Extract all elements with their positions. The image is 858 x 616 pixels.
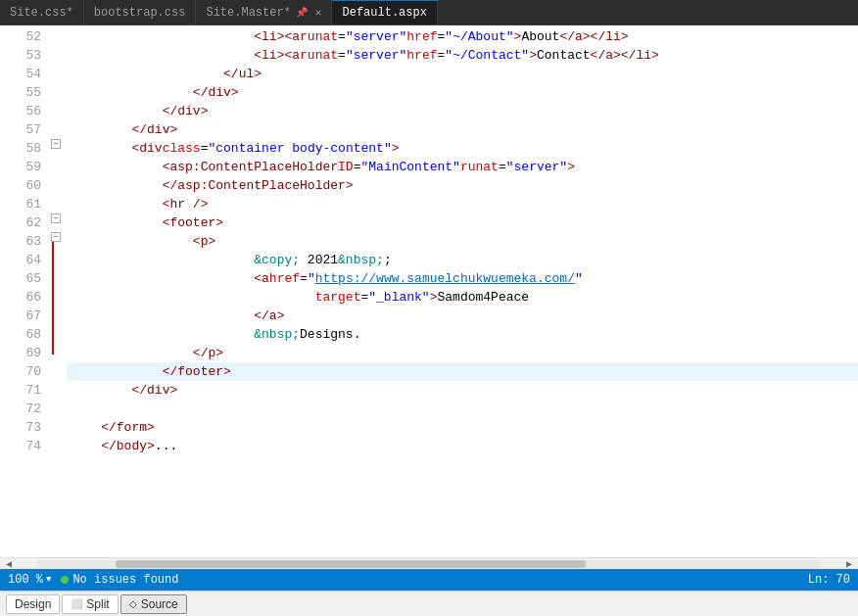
split-button[interactable]: ⬜ Split (62, 594, 118, 614)
split-label: Split (86, 597, 109, 611)
code-line-59: <asp:ContentPlaceHolder ID="MainContent"… (67, 158, 858, 176)
code-line-62: <footer> (67, 213, 858, 232)
design-button[interactable]: Design (6, 594, 60, 614)
code-line-54: </ul> (67, 65, 858, 83)
ln-67: 67 (0, 307, 41, 325)
code-line-53: <li><a runat="server" href="~/Contact">C… (67, 46, 858, 65)
close-icon[interactable]: ✕ (315, 6, 322, 19)
code-line-64: &copy; 2021&nbsp;; (67, 251, 858, 269)
code-line-52: <li><a runat="server" href="~/About">Abo… (67, 27, 858, 46)
ln-60: 60 (0, 176, 41, 195)
code-line-57: </div> (67, 120, 858, 139)
ln-62: 62 (0, 213, 41, 232)
ln-63: 63 (0, 232, 41, 251)
editor-area: 52 53 54 55 56 57 58 59 60 61 62 63 64 6… (0, 25, 858, 557)
cursor-position: Ln: 70 (808, 573, 850, 587)
tab-bootstrap-label: bootstrap.css (94, 6, 186, 20)
ln-55: 55 (0, 83, 41, 102)
tab-sitemaster[interactable]: Site.Master* 📌 ✕ (196, 0, 332, 24)
ln-57: 57 (0, 120, 41, 139)
ln-53: 53 (0, 46, 41, 65)
code-line-72 (67, 400, 858, 418)
zoom-dropdown-icon[interactable]: ▼ (46, 575, 51, 585)
zoom-level[interactable]: 100 % ▼ (8, 573, 51, 587)
horizontal-scrollbar[interactable]: ◀ ▶ (0, 557, 858, 569)
scroll-right-arrow[interactable]: ▶ (840, 558, 858, 570)
ln-71: 71 (0, 381, 41, 400)
tab-sitemaster-label: Site.Master* (206, 6, 290, 20)
ln-70: 70 (0, 362, 41, 381)
tab-sitecss[interactable]: Site.css* (0, 0, 84, 24)
source-label: Source (141, 597, 178, 611)
status-left: 100 % ▼ No issues found (8, 573, 178, 587)
code-line-74: </body>... (67, 437, 858, 455)
tab-bar: Site.css* bootstrap.css Site.Master* 📌 ✕… (0, 0, 858, 25)
ln-66: 66 (0, 288, 41, 307)
source-button[interactable]: ◇ Source (120, 594, 187, 614)
collapse-63[interactable]: − (51, 232, 61, 242)
collapse-gutter: − − − (49, 25, 67, 557)
issues-text: No issues found (72, 573, 178, 587)
ln-position: Ln: 70 (808, 573, 850, 587)
ln-72: 72 (0, 400, 41, 418)
scroll-left-arrow[interactable]: ◀ (0, 558, 18, 570)
code-line-55: </div> (67, 83, 858, 102)
collapse-58[interactable]: − (51, 139, 61, 149)
tab-default[interactable]: Default.aspx (332, 0, 437, 24)
bottom-toolbar: Design ⬜ Split ◇ Source (0, 591, 858, 616)
tab-sitecss-label: Site.css* (10, 6, 73, 20)
code-line-70: </footer> (67, 362, 858, 381)
tab-default-label: Default.aspx (342, 6, 426, 20)
code-line-67: </a> (67, 307, 858, 325)
line-numbers: 52 53 54 55 56 57 58 59 60 61 62 63 64 6… (0, 25, 49, 557)
ln-74: 74 (0, 437, 41, 455)
scrollbar-track[interactable] (37, 560, 821, 568)
split-icon: ⬜ (71, 598, 82, 609)
ln-65: 65 (0, 269, 41, 288)
brace-indicator (52, 241, 54, 355)
code-line-65: <a href="https://www.samuelchukwuemeka.c… (67, 269, 858, 288)
tab-bootstrap[interactable]: bootstrap.css (84, 0, 197, 24)
ln-69: 69 (0, 344, 41, 362)
pin-icon: 📌 (296, 7, 308, 19)
ln-52: 52 (0, 27, 41, 46)
issues-indicator: No issues found (61, 573, 178, 587)
scrollbar-thumb[interactable] (116, 560, 586, 568)
ln-73: 73 (0, 418, 41, 437)
code-line-73: </form> (67, 418, 858, 437)
source-icon: ◇ (129, 598, 137, 609)
code-line-66: target="_blank">Samdom4Peace (67, 288, 858, 307)
code-line-56: </div> (67, 102, 858, 120)
status-bar: 100 % ▼ No issues found Ln: 70 (0, 569, 858, 591)
ln-59: 59 (0, 158, 41, 176)
code-line-71: </div> (67, 381, 858, 400)
collapse-62[interactable]: − (51, 213, 61, 223)
ln-56: 56 (0, 102, 41, 120)
code-line-60: </asp:ContentPlaceHolder> (67, 176, 858, 195)
code-line-61: <hr /> (67, 195, 858, 213)
code-content[interactable]: <li><a runat="server" href="~/About">Abo… (67, 25, 858, 557)
code-line-63: <p> (67, 232, 858, 251)
design-label: Design (15, 597, 51, 611)
ln-58: 58 (0, 139, 41, 158)
code-line-68: &nbsp;Designs. (67, 325, 858, 344)
code-line-58: <div class="container body-content"> (67, 139, 858, 158)
no-issues-icon (61, 576, 69, 584)
zoom-value: 100 % (8, 573, 43, 587)
code-line-69: </p> (67, 344, 858, 362)
ln-61: 61 (0, 195, 41, 213)
ln-64: 64 (0, 251, 41, 269)
ln-68: 68 (0, 325, 41, 344)
ln-54: 54 (0, 65, 41, 83)
